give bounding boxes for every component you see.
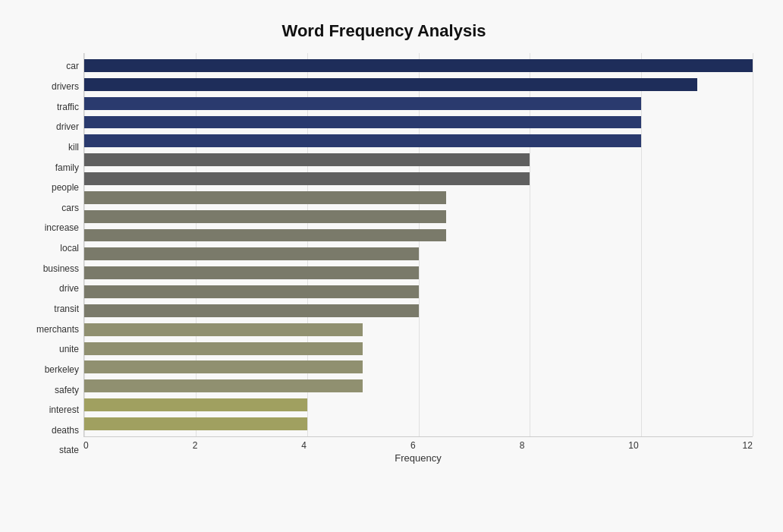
chart-area: cardriverstrafficdriverkillfamilypeoplec… bbox=[15, 53, 753, 464]
bar-row bbox=[84, 226, 753, 245]
bar-row bbox=[84, 150, 753, 169]
x-tick: 4 bbox=[301, 440, 307, 451]
bar bbox=[84, 379, 363, 392]
bar-row bbox=[84, 94, 753, 113]
chart-container: Word Frequency Analysis cardriverstraffi… bbox=[0, 0, 783, 532]
y-label: increase bbox=[15, 223, 83, 232]
bar bbox=[84, 266, 419, 279]
bar-row bbox=[84, 414, 753, 433]
x-tick: 12 bbox=[743, 440, 753, 451]
x-tick: 10 bbox=[628, 440, 638, 451]
bar-row bbox=[84, 395, 753, 414]
bar bbox=[84, 417, 307, 430]
y-label: transit bbox=[15, 304, 83, 313]
bar bbox=[84, 229, 446, 242]
grid-line bbox=[753, 53, 753, 436]
y-label: unite bbox=[15, 345, 83, 354]
bar-row bbox=[84, 358, 753, 377]
chart-right: 024681012 Frequency bbox=[83, 53, 753, 464]
bar bbox=[84, 398, 307, 411]
y-label: business bbox=[15, 264, 83, 273]
y-label: family bbox=[15, 163, 83, 172]
bar-row bbox=[84, 263, 753, 282]
y-label: state bbox=[15, 445, 83, 455]
y-label: traffic bbox=[15, 102, 83, 112]
bar bbox=[84, 78, 697, 91]
x-tick: 0 bbox=[83, 440, 89, 451]
bar bbox=[84, 191, 446, 204]
y-label: merchants bbox=[15, 325, 83, 334]
y-label: safety bbox=[15, 386, 83, 395]
bar bbox=[84, 172, 530, 185]
bar bbox=[84, 153, 530, 166]
y-label: car bbox=[15, 61, 83, 71]
bar bbox=[84, 323, 363, 336]
y-label: local bbox=[15, 244, 83, 253]
y-label: deaths bbox=[15, 426, 83, 435]
y-label: interest bbox=[15, 405, 83, 414]
bar-row bbox=[84, 188, 753, 207]
bar bbox=[84, 210, 446, 223]
bar bbox=[84, 97, 641, 110]
bar-row bbox=[84, 320, 753, 339]
bar bbox=[84, 59, 753, 72]
y-axis: cardriverstrafficdriverkillfamilypeoplec… bbox=[15, 53, 83, 464]
bar bbox=[84, 360, 363, 373]
bar bbox=[84, 285, 419, 298]
bar-row bbox=[84, 207, 753, 226]
y-label: drivers bbox=[15, 82, 83, 91]
bar-row bbox=[84, 169, 753, 188]
bar-row bbox=[84, 339, 753, 358]
bar-row bbox=[84, 282, 753, 301]
bars-wrapper bbox=[84, 53, 753, 436]
x-axis-label: Frequency bbox=[83, 452, 753, 464]
x-tick: 2 bbox=[193, 440, 198, 451]
y-label: driver bbox=[15, 122, 83, 131]
bar-row bbox=[84, 301, 753, 320]
bar-row bbox=[84, 376, 753, 395]
y-label: kill bbox=[15, 143, 83, 152]
bar bbox=[84, 134, 641, 147]
bar-row bbox=[84, 244, 753, 263]
bar-row bbox=[84, 131, 753, 150]
y-label: berkeley bbox=[15, 365, 83, 374]
bar bbox=[84, 247, 419, 260]
bar-row bbox=[84, 75, 753, 94]
bars-area bbox=[83, 53, 753, 437]
bar-row bbox=[84, 113, 753, 132]
x-axis: 024681012 bbox=[83, 437, 753, 451]
y-label: people bbox=[15, 183, 83, 192]
bar bbox=[84, 304, 419, 317]
bar bbox=[84, 116, 641, 129]
y-label: drive bbox=[15, 284, 83, 293]
bar bbox=[84, 342, 363, 355]
x-tick: 6 bbox=[410, 440, 416, 451]
y-label: cars bbox=[15, 203, 83, 212]
x-tick: 8 bbox=[520, 440, 525, 451]
chart-title: Word Frequency Analysis bbox=[15, 15, 753, 41]
bar-row bbox=[84, 56, 753, 75]
